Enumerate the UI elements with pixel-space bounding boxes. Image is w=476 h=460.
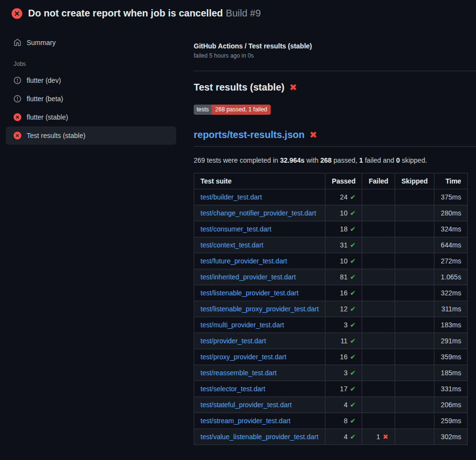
passed-cell: 8✔ (325, 413, 362, 429)
table-row: test/stream_provider_test.dart8✔259ms (194, 413, 468, 429)
passed-count: 16 (340, 289, 348, 297)
skipped-cell (395, 333, 434, 349)
test-suite-link[interactable]: test/builder_test.dart (200, 193, 262, 201)
sidebar-item-flutter-stable[interactable]: flutter (stable) (6, 108, 176, 126)
test-suite-link[interactable]: test/listenable_proxy_provider_test.dart (200, 305, 319, 313)
failed-cell (362, 301, 395, 317)
check-icon: ✔ (350, 433, 356, 441)
status-line: failed 5 hours ago in 0s (194, 52, 476, 59)
test-suite-link[interactable]: test/stream_provider_test.dart (200, 417, 291, 425)
check-icon: ✔ (350, 385, 356, 393)
x-circle-icon (12, 8, 22, 19)
table-row: test/builder_test.dart24✔375ms (194, 189, 468, 205)
table-row: test/consumer_test.dart18✔324ms (194, 221, 468, 237)
badge-value: 268 passed, 1 failed (212, 105, 270, 115)
tests-status-badge: tests 268 passed, 1 failed (194, 105, 271, 115)
test-suite-link[interactable]: test/consumer_test.dart (200, 225, 271, 233)
passed-cell: 81✔ (325, 269, 362, 285)
time-cell: 280ms (434, 205, 468, 221)
test-suite-cell: test/future_provider_test.dart (194, 253, 325, 269)
check-icon: ✔ (350, 193, 356, 201)
passed-cell: 12✔ (325, 301, 362, 317)
table-row: test/inherited_provider_test.dart81✔1.06… (194, 269, 468, 285)
breadcrumb: GitHub Actions / Test results (stable) (194, 42, 476, 50)
time-cell: 291ms (434, 333, 468, 349)
sidebar-item-summary[interactable]: Summary (6, 33, 176, 52)
time-cell: 206ms (434, 397, 468, 413)
failed-cell (362, 221, 395, 237)
passed-count: 4 (344, 401, 348, 409)
passed-count: 3 (344, 321, 348, 329)
test-suite-link[interactable]: test/context_test.dart (200, 241, 263, 249)
time-cell: 259ms (434, 413, 468, 429)
check-icon: ✔ (350, 289, 356, 297)
test-suite-link[interactable]: test/inherited_provider_test.dart (200, 273, 296, 281)
test-suite-link[interactable]: test/stateful_provider_test.dart (200, 401, 292, 409)
column-header-passed: Passed (325, 173, 362, 189)
passed-cell: 31✔ (325, 237, 362, 253)
test-suite-cell: test/selector_test.dart (194, 381, 325, 397)
test-suite-link[interactable]: test/listenable_provider_test.dart (200, 289, 298, 297)
time-cell: 311ms (434, 301, 468, 317)
failed-cell (362, 205, 395, 221)
test-suite-link[interactable]: test/selector_test.dart (200, 385, 265, 393)
sidebar-item-label: Test results (stable) (27, 132, 85, 139)
badge-label: tests (194, 105, 212, 115)
passed-cell: 17✔ (325, 381, 362, 397)
column-header-time: Time (434, 173, 468, 189)
test-suite-cell: test/multi_provider_test.dart (194, 317, 325, 333)
failed-cell (362, 349, 395, 365)
sidebar: Summary Jobs flutter (dev) flutter (beta… (0, 25, 182, 145)
report-link[interactable]: reports/test-results.json (194, 129, 305, 140)
sidebar-item-label: Summary (27, 39, 56, 46)
test-suite-link[interactable]: test/future_provider_test.dart (200, 257, 287, 265)
failed-cell (362, 253, 395, 269)
cross-icon: ✖ (383, 433, 388, 441)
test-suite-cell: test/context_test.dart (194, 237, 325, 253)
test-suite-link[interactable]: test/proxy_provider_test.dart (200, 353, 286, 361)
table-header-row: Test suite Passed Failed Skipped Time (194, 173, 468, 189)
passed-count: 8 (344, 417, 348, 425)
cross-icon: ✖ (289, 83, 297, 92)
passed-cell: 18✔ (325, 221, 362, 237)
check-icon: ✔ (350, 353, 356, 361)
passed-cell: 10✔ (325, 205, 362, 221)
build-number: Build #9 (226, 8, 261, 18)
time-cell: 324ms (434, 221, 468, 237)
test-suite-cell: test/provider_test.dart (194, 333, 325, 349)
table-row: test/provider_test.dart11✔291ms (194, 333, 468, 349)
passed-cell: 16✔ (325, 349, 362, 365)
skipped-cell (395, 221, 434, 237)
time-cell: 331ms (434, 381, 468, 397)
failed-cell: 1✖ (362, 429, 395, 445)
passed-count: 10 (340, 257, 348, 265)
test-suite-link[interactable]: test/provider_test.dart (200, 337, 266, 345)
test-suite-link[interactable]: test/change_notifier_provider_test.dart (200, 209, 316, 217)
sidebar-item-test-results-stable[interactable]: Test results (stable) (6, 126, 176, 145)
check-icon: ✔ (350, 209, 356, 217)
sidebar-item-flutter-beta[interactable]: flutter (beta) (6, 90, 176, 108)
time-cell: 644ms (434, 237, 468, 253)
table-row: test/stateful_provider_test.dart4✔206ms (194, 397, 468, 413)
page-header: Do not create report when job is cancell… (0, 0, 476, 25)
sidebar-item-flutter-dev[interactable]: flutter (dev) (6, 71, 176, 90)
check-icon: ✔ (350, 369, 356, 377)
failed-count: 1 (376, 433, 380, 441)
test-suite-cell: test/reassemble_test.dart (194, 365, 325, 381)
column-header-test-suite: Test suite (194, 173, 325, 189)
failed-cell (362, 413, 395, 429)
passed-count: 3 (344, 369, 348, 377)
x-circle-icon (14, 132, 21, 139)
table-row: test/value_listenable_provider_test.dart… (194, 429, 468, 445)
time-cell: 375ms (434, 189, 468, 205)
skipped-cell (395, 397, 434, 413)
test-suite-cell: test/listenable_proxy_provider_test.dart (194, 301, 325, 317)
test-suite-cell: test/proxy_provider_test.dart (194, 349, 325, 365)
test-suite-link[interactable]: test/value_listenable_provider_test.dart (200, 433, 319, 441)
test-suite-link[interactable]: test/reassemble_test.dart (200, 369, 276, 377)
test-suite-link[interactable]: test/multi_provider_test.dart (200, 321, 284, 329)
passed-count: 81 (340, 273, 348, 281)
check-icon: ✔ (350, 241, 356, 249)
passed-count: 11 (340, 337, 348, 345)
passed-cell: 3✔ (325, 317, 362, 333)
